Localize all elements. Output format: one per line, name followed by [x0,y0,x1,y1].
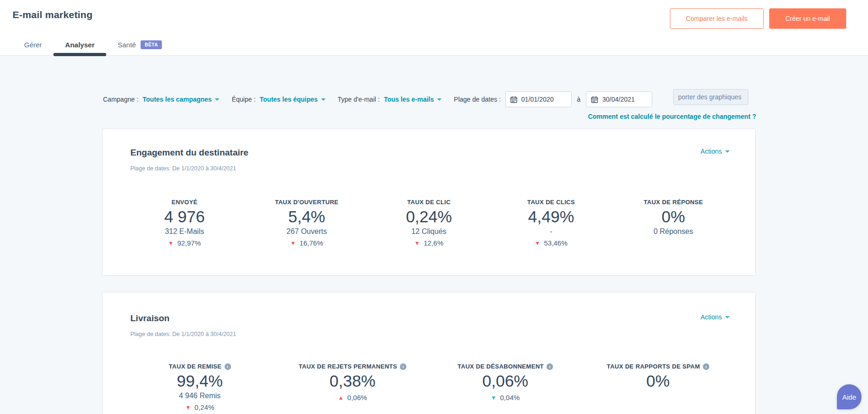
metric-value: 4,49% [490,207,612,226]
metric-delta-value: 0,24% [194,403,214,411]
info-icon[interactable]: i [400,363,406,370]
metric-sent: ENVOYÉ 4 976 312 E-Mails ▼ 92,97% [123,199,245,247]
start-date-input[interactable]: 01/01/2020 [505,91,572,107]
tab-gerer[interactable]: Gérer [13,34,53,55]
actions-label: Actions [701,148,722,155]
metric-label: TAUX DE CLIC [407,199,451,206]
metric-value: 0% [612,207,734,226]
card-title: Engagement du destinataire [130,148,248,158]
page-header: E-mail marketing Comparer les e-mails Cr… [0,0,868,56]
metric-label: TAUX D'OUVERTURE [275,199,339,206]
metric-spam-report-rate: TAUX DE RAPPORTS DE SPAM i 0% [582,363,734,411]
metric-label: ENVOYÉ [172,199,198,206]
metric-delta: ▼ 0,04% [429,394,582,401]
email-type-filter-value: Tous les e-mails [384,96,434,103]
change-percentage-help-link[interactable]: Comment est calculé le pourcentage de ch… [588,113,756,120]
export-charts-button[interactable]: porter des graphiques [673,89,748,105]
metric-click-rate: TAUX DE CLIC 0,24% 12 Cliqués ▼ 12,6% [368,199,490,247]
metric-subtext: 312 E-Mails [123,227,245,236]
tab-sante-label: Santé [118,41,136,49]
metric-subtext: - [490,227,612,236]
tab-analyser[interactable]: Analyser [53,34,106,55]
metric-delta: ▼ 0,24% [123,403,276,411]
triangle-down-icon: ▼ [185,405,191,410]
metric-label: TAUX DE RAPPORTS DE SPAM [607,363,700,370]
info-icon[interactable]: i [703,363,709,370]
metric-delivered-rate: TAUX DE REMISE i 99,4% 4 946 Remis ▼ 0,2… [123,363,276,411]
metric-subtext: 0 Réponses [612,227,734,236]
metric-value: 5,4% [245,207,367,226]
triangle-down-icon: ▼ [535,240,540,246]
chevron-down-icon [215,98,219,101]
end-date-value: 30/04/2021 [602,96,635,103]
email-type-filter-dropdown[interactable]: Tous les e-mails [384,96,442,103]
metric-subtext: 12 Cliqués [368,227,490,236]
metric-clickthrough-rate: TAUX DE CLICS 4,49% - ▼ 53,46% [490,199,612,247]
campaign-filter-dropdown[interactable]: Toutes les campagnes [142,96,219,103]
help-button[interactable]: Aide [837,384,862,409]
end-date-input[interactable]: 30/04/2021 [586,91,652,107]
metric-label: TAUX DE CLICS [527,199,575,206]
metric-reply-rate: TAUX DE RÉPONSE 0% 0 Réponses [612,199,734,247]
metric-value: 99,4% [123,372,276,390]
team-filter-dropdown[interactable]: Toutes les équipes [260,96,326,103]
triangle-down-icon: ▼ [414,240,420,246]
beta-badge: BÊTA [141,40,162,49]
tab-sante[interactable]: Santé BÊTA [106,34,174,55]
triangle-down-icon: ▼ [168,240,174,246]
actions-dropdown[interactable]: Actions [701,148,730,155]
actions-dropdown[interactable]: Actions [701,313,730,321]
metric-delta: ▼ 92,97% [123,239,245,247]
tab-gerer-label: Gérer [24,41,42,49]
metric-value: 0,06% [429,372,582,390]
metrics-row: ENVOYÉ 4 976 312 E-Mails ▼ 92,97% TAUX D… [123,199,734,247]
metric-value: 0,38% [276,372,429,390]
chevron-down-icon [725,150,730,153]
metric-delta: ▼ 16,76% [245,239,367,247]
info-icon[interactable]: i [225,363,231,370]
metric-delta-value: 12,6% [424,239,444,247]
metric-delta-value: 92,97% [177,239,201,247]
info-icon[interactable]: i [547,363,553,370]
email-marketing-page: E-mail marketing Comparer les e-mails Cr… [0,0,868,414]
metric-delta: ▼ 53,46% [490,239,612,247]
metric-delta-value: 53,46% [544,239,567,247]
tab-bar: Gérer Analyser Santé BÊTA [13,34,174,55]
chevron-down-icon [725,316,730,318]
metric-label: TAUX DE REJETS PERMANENTS [299,363,397,370]
metric-delta: ▲ 0,06% [276,394,429,401]
metric-value: 0,24% [368,207,490,226]
email-type-filter-label: Type d'e-mail : [338,96,380,103]
metric-label: TAUX DE DÉSABONNEMENT [457,363,544,370]
date-range-label: Plage de dates : [454,96,501,103]
triangle-down-icon: ▼ [290,240,296,246]
date-range-separator: à [577,96,581,103]
delivery-card: Livraison Actions Plage de dates: De 1/1… [102,292,756,414]
card-date-range: Plage de dates: De 1/1/2020 à 30/4/2021 [130,165,236,172]
metric-label: TAUX DE REMISE [169,363,222,370]
card-date-range: Plage de dates: De 1/1/2020 à 30/4/2021 [130,331,236,337]
actions-label: Actions [701,313,722,321]
filter-bar: Campagne : Toutes les campagnes Équipe :… [103,91,756,108]
triangle-down-icon: ▼ [491,395,496,401]
metrics-row: TAUX DE REMISE i 99,4% 4 946 Remis ▼ 0,2… [123,363,734,411]
chevron-down-icon [321,98,326,101]
chevron-down-icon [437,98,442,101]
compare-emails-button[interactable]: Comparer les e-mails [670,8,764,29]
metric-label: TAUX DE RÉPONSE [643,199,703,206]
metric-delta-value: 0,06% [347,394,367,401]
campaign-filter-label: Campagne : [103,96,138,103]
tab-analyser-label: Analyser [65,41,94,49]
create-email-button[interactable]: Créer un e-mail [769,8,846,29]
metric-value: 0% [582,372,734,390]
team-filter-value: Toutes les équipes [260,96,318,103]
start-date-value: 01/01/2020 [521,96,554,103]
page-title: E-mail marketing [13,9,92,20]
metric-open-rate: TAUX D'OUVERTURE 5,4% 267 Ouverts ▼ 16,7… [245,199,367,247]
metric-delta: ▼ 12,6% [368,239,490,247]
metric-unsubscribe-rate: TAUX DE DÉSABONNEMENT i 0,06% ▼ 0,04% [429,363,582,411]
help-button-label: Aide [842,393,856,401]
calendar-icon [591,96,598,103]
metric-delta-value: 16,76% [300,239,323,247]
metric-value: 4 976 [123,207,245,226]
